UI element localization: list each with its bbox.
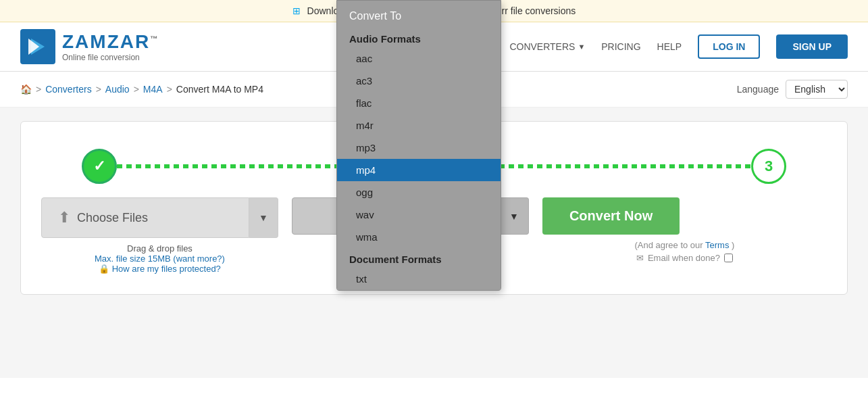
logo-icon bbox=[20, 29, 55, 64]
choose-files-label: Choose Files bbox=[77, 211, 148, 225]
language-label: Language bbox=[737, 84, 779, 95]
protection-link[interactable]: How are my files protected? bbox=[112, 264, 221, 274]
breadcrumb: 🏠 > Converters > Audio > M4A > Convert M… bbox=[20, 84, 263, 95]
breadcrumb-home[interactable]: 🏠 bbox=[20, 84, 32, 95]
email-row: ✉ Email when done? bbox=[542, 253, 827, 263]
lock-icon: 🔒 bbox=[99, 264, 109, 274]
dropdown-document-section: Document Formats bbox=[337, 248, 501, 268]
dropdown-item-txt[interactable]: txt bbox=[337, 268, 501, 290]
drag-drop-text: Drag & drop files bbox=[41, 243, 278, 254]
language-select[interactable]: English Español Français Deutsch bbox=[786, 80, 848, 99]
dropdown-item-mp4[interactable]: mp4 bbox=[337, 159, 501, 181]
terms-link[interactable]: Terms bbox=[705, 240, 729, 250]
upload-icon: ⬆ bbox=[58, 209, 70, 226]
dropdown-item-wma[interactable]: wma bbox=[337, 226, 501, 248]
login-button[interactable]: LOG IN bbox=[698, 34, 760, 59]
section-choose: ⬆ Choose Files ▼ Drag & drop files Max. … bbox=[41, 197, 278, 274]
dropdown-item-mp3[interactable]: mp3 bbox=[337, 137, 501, 159]
signup-button[interactable]: SIGN UP bbox=[776, 34, 848, 59]
format-dropdown-overlay: Convert To Audio Formats aac ac3 flac m4… bbox=[336, 0, 501, 291]
choose-files-button[interactable]: ⬆ Choose Files bbox=[41, 197, 249, 238]
dropdown-audio-section: Audio Formats bbox=[337, 28, 501, 47]
dropdown-item-m4r[interactable]: m4r bbox=[337, 114, 501, 137]
breadcrumb-sep4: > bbox=[167, 84, 172, 95]
section-convert: Convert Now (And agree to our Terms ) ✉ … bbox=[542, 197, 827, 263]
choose-files-sub: Drag & drop files Max. file size 15MB (w… bbox=[41, 243, 278, 274]
step3-circle: 3 bbox=[751, 149, 786, 184]
convert-sub: (And agree to our Terms ) bbox=[542, 240, 827, 250]
breadcrumb-m4a[interactable]: M4A bbox=[143, 84, 163, 95]
dropdown-item-wav[interactable]: wav bbox=[337, 204, 501, 226]
max-size-text: Max. file size 15MB bbox=[95, 254, 171, 264]
email-icon: ✉ bbox=[636, 253, 644, 263]
logo-text-area: ZAMZAR™ Online file conversion bbox=[62, 31, 159, 62]
breadcrumb-sep3: > bbox=[134, 84, 139, 95]
email-when-done-label: Email when done? bbox=[648, 253, 720, 263]
logo-area: ZAMZAR™ Online file conversion bbox=[20, 29, 159, 64]
breadcrumb-current: Convert M4A to MP4 bbox=[176, 84, 263, 95]
nav-pricing[interactable]: PRICING bbox=[601, 41, 640, 52]
language-area: Language English Español Français Deutsc… bbox=[737, 80, 848, 99]
step1-circle: ✓ bbox=[82, 149, 117, 184]
convert-now-button[interactable]: Convert Now bbox=[542, 197, 680, 235]
dropdown-item-aac[interactable]: aac bbox=[337, 47, 501, 70]
converters-chevron-icon: ▼ bbox=[578, 43, 585, 51]
nav-converters[interactable]: CONVERTERS ▼ bbox=[509, 41, 585, 52]
breadcrumb-audio[interactable]: Audio bbox=[105, 84, 130, 95]
dropdown-item-flac[interactable]: flac bbox=[337, 92, 501, 114]
want-more-link[interactable]: (want more?) bbox=[173, 254, 225, 264]
dropdown-item-ogg[interactable]: ogg bbox=[337, 181, 501, 204]
nav-help[interactable]: HELP bbox=[657, 41, 682, 52]
logo-subtitle: Online file conversion bbox=[62, 53, 159, 62]
format-dropdown-button[interactable]: ▼ bbox=[500, 197, 529, 235]
breadcrumb-converters[interactable]: Converters bbox=[45, 84, 91, 95]
dropdown-header: Convert To bbox=[337, 1, 501, 28]
choose-files-dropdown[interactable]: ▼ bbox=[249, 197, 278, 238]
logo-title: ZAMZAR™ bbox=[62, 31, 159, 53]
dropdown-item-ac3[interactable]: ac3 bbox=[337, 70, 501, 92]
windows-icon: ⊞ bbox=[292, 5, 301, 16]
breadcrumb-sep2: > bbox=[96, 84, 101, 95]
email-checkbox[interactable] bbox=[724, 254, 733, 262]
breadcrumb-sep1: > bbox=[36, 84, 41, 95]
nav-links: CONVERTERS ▼ PRICING HELP LOG IN SIGN UP bbox=[509, 34, 848, 59]
